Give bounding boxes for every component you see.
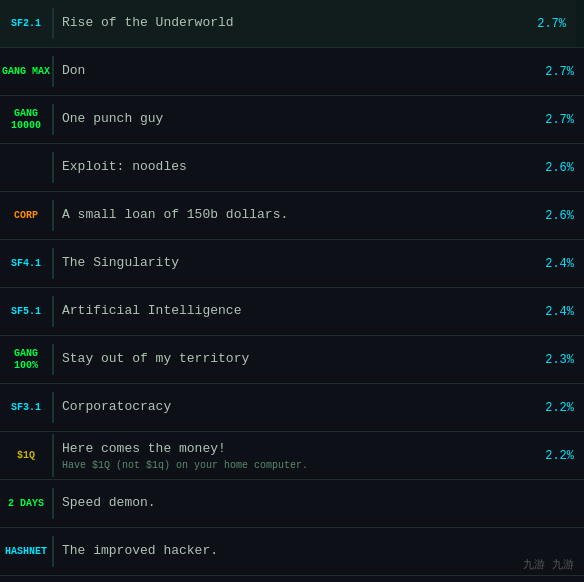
row-content: Rise of the Underworld bbox=[52, 8, 528, 38]
badge-label: GANG 10000 bbox=[0, 96, 52, 143]
achievement-title: One punch guy bbox=[62, 110, 528, 128]
row-content: Speed demon. bbox=[52, 488, 536, 518]
row-content: A small loan of 150b dollars. bbox=[52, 200, 536, 230]
badge-label: $1Q bbox=[0, 432, 52, 479]
badge-label: SF5.1 bbox=[0, 288, 52, 335]
badge-label bbox=[0, 144, 52, 191]
list-item[interactable]: HASHNETThe improved hacker. bbox=[0, 528, 584, 576]
achievement-subtitle: Have $1Q (not $1q) on your home computer… bbox=[62, 460, 528, 471]
watermark: 九游 九游 bbox=[523, 557, 574, 572]
achievement-percent: 2.3% bbox=[536, 353, 584, 367]
row-content: Stay out of my territory bbox=[52, 344, 536, 374]
row-content: Here comes the money!Have $1Q (not $1q) … bbox=[52, 434, 536, 477]
list-item[interactable]: SF2.1Rise of the Underworld2.7% bbox=[0, 0, 584, 48]
achievement-percent: 2.6% bbox=[536, 161, 584, 175]
badge-label: HASHNET bbox=[0, 528, 52, 575]
achievement-title: The Singularity bbox=[62, 254, 528, 272]
achievement-percent: 2.6% bbox=[536, 209, 584, 223]
list-item[interactable]: GANG MAXDon2.7% bbox=[0, 48, 584, 96]
achievement-percent: 2.4% bbox=[536, 305, 584, 319]
list-item[interactable]: GANG 10000One punch guy2.7% bbox=[0, 96, 584, 144]
achievement-title: Don bbox=[62, 62, 528, 80]
achievement-title: Stay out of my territory bbox=[62, 350, 528, 368]
list-item[interactable]: CORPA small loan of 150b dollars.2.6% bbox=[0, 192, 584, 240]
list-item[interactable]: SF4.1The Singularity2.4% bbox=[0, 240, 584, 288]
list-item[interactable]: Exploit: noodles2.6% bbox=[0, 144, 584, 192]
list-item[interactable]: $1QHere comes the money!Have $1Q (not $1… bbox=[0, 432, 584, 480]
achievement-title: The improved hacker. bbox=[62, 542, 528, 560]
badge-label: SF2.1 bbox=[0, 0, 52, 47]
achievement-title: Artificial Intelligence bbox=[62, 302, 528, 320]
row-content: The Singularity bbox=[52, 248, 536, 278]
achievement-percent: 2.7% bbox=[528, 17, 576, 31]
row-content: Corporatocracy bbox=[52, 392, 536, 422]
achievement-percent: 2.2% bbox=[536, 449, 584, 463]
achievement-list: SF2.1Rise of the Underworld2.7%GANG MAXD… bbox=[0, 0, 584, 576]
achievement-title: Here comes the money! bbox=[62, 440, 528, 458]
achievement-title: Speed demon. bbox=[62, 494, 528, 512]
badge-label: GANG 100% bbox=[0, 336, 52, 383]
list-item[interactable]: SF3.1Corporatocracy2.2% bbox=[0, 384, 584, 432]
badge-label: SF3.1 bbox=[0, 384, 52, 431]
row-content: Exploit: noodles bbox=[52, 152, 536, 182]
scrollbar[interactable] bbox=[576, 0, 584, 47]
row-content: Artificial Intelligence bbox=[52, 296, 536, 326]
achievement-percent: 2.4% bbox=[536, 257, 584, 271]
achievement-title: A small loan of 150b dollars. bbox=[62, 206, 528, 224]
badge-label: CORP bbox=[0, 192, 52, 239]
row-content: The improved hacker. bbox=[52, 536, 536, 566]
row-content: One punch guy bbox=[52, 104, 536, 134]
achievement-percent: 2.2% bbox=[536, 401, 584, 415]
badge-label: 2 DAYS bbox=[0, 480, 52, 527]
achievement-percent: 2.7% bbox=[536, 65, 584, 79]
badge-label: GANG MAX bbox=[0, 48, 52, 95]
achievement-title: Rise of the Underworld bbox=[62, 14, 520, 32]
list-item[interactable]: SF5.1Artificial Intelligence2.4% bbox=[0, 288, 584, 336]
badge-label: SF4.1 bbox=[0, 240, 52, 287]
achievement-title: Corporatocracy bbox=[62, 398, 528, 416]
list-item[interactable]: 2 DAYSSpeed demon. bbox=[0, 480, 584, 528]
achievement-percent: 2.7% bbox=[536, 113, 584, 127]
achievement-title: Exploit: noodles bbox=[62, 158, 528, 176]
row-content: Don bbox=[52, 56, 536, 86]
list-item[interactable]: GANG 100%Stay out of my territory2.3% bbox=[0, 336, 584, 384]
